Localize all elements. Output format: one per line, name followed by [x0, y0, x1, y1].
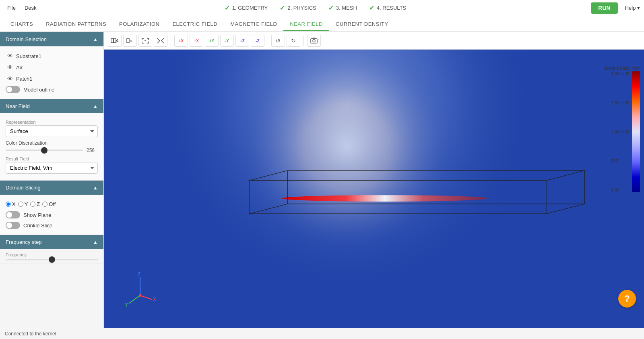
expand-icon — [157, 37, 165, 44]
domain-item-substrate1[interactable]: 👁 Substrate1 — [6, 50, 98, 62]
domain-selection-header[interactable]: Domain Selection ▲ — [0, 32, 103, 46]
color-disc-slider[interactable] — [6, 150, 83, 151]
viewer-area: 0 +X ↑X +Y — [104, 32, 644, 328]
tool-screenshot[interactable] — [307, 35, 321, 47]
main-content: Domain Selection ▲ 👁 Substrate1 👁 Air 👁 … — [0, 32, 644, 328]
svg-rect-4 — [311, 39, 317, 43]
svg-text:0: 0 — [130, 40, 132, 43]
domain-item-air[interactable]: 👁 Air — [6, 62, 98, 73]
tool-xup[interactable]: ↑X — [190, 35, 203, 47]
tool-yminus[interactable]: -Y — [220, 35, 234, 47]
rotate-neg-icon: ↺ — [276, 37, 281, 44]
svg-rect-1 — [114, 39, 116, 43]
domain-slicing-title: Domain Slicing — [6, 185, 41, 191]
step-physics-label: 2. PHYSICS — [287, 5, 316, 11]
xup-label: ↑X — [194, 39, 199, 43]
help-button[interactable]: Help ▾ — [625, 5, 640, 11]
eye-icon-substrate1: 👁 — [7, 53, 13, 59]
tab-bar: CHARTS RADIATION PATTERNS POLARIZATION E… — [0, 16, 644, 32]
show-plane-toggle[interactable] — [6, 211, 20, 218]
help-circle-button[interactable]: ? — [618, 290, 636, 308]
axis-z-label[interactable]: Z — [30, 201, 40, 207]
frequency-step-title: Frequency step — [6, 239, 42, 245]
crinkle-slice-row: Crinkle Slice — [6, 220, 98, 231]
axis-x-label[interactable]: X — [6, 201, 16, 207]
tab-radiation-patterns[interactable]: RADIATION PATTERNS — [39, 18, 113, 31]
tool-yplus[interactable]: +Y — [205, 35, 219, 47]
representation-label: Representation — [6, 120, 98, 125]
result-field-select[interactable]: Electric Field, V/m Magnetic Field, A/m … — [6, 162, 98, 174]
domain-slicing-header[interactable]: Domain Slicing ▲ — [0, 181, 103, 195]
tool-rotate-pos90[interactable]: ↻ — [287, 35, 300, 47]
crinkle-slice-toggle[interactable] — [6, 222, 20, 229]
tool-zoom-fit[interactable] — [138, 35, 152, 47]
yminus-label: -Y — [225, 39, 229, 43]
workflow-steps: ✔ 1. GEOMETRY ✔ 2. PHYSICS ✔ 3. MESH ✔ 4… — [44, 4, 587, 12]
frequency-slider-row — [6, 259, 98, 260]
color-disc-slider-row: 256 — [6, 148, 98, 153]
step-results: ✔ 4. RESULTS — [369, 4, 406, 12]
near-field-header[interactable]: Near Field ▲ — [0, 99, 103, 113]
scale-bar-container: 2.00e+03 1.50e+03 1.00e+03 500. 0.00 — [611, 71, 640, 192]
domain-slicing-section: Domain Slicing ▲ X Y Z — [0, 181, 103, 235]
frequency-slider[interactable] — [6, 259, 98, 260]
top-bar: File Desk ✔ 1. GEOMETRY ✔ 2. PHYSICS ✔ 3… — [0, 0, 644, 16]
frequency-step-chevron: ▲ — [93, 239, 98, 245]
domain-slicing-body: X Y Z Off — [0, 195, 103, 235]
axis-x-radio[interactable] — [6, 202, 11, 207]
axis-x-text: X — [12, 201, 16, 207]
tab-electric-field[interactable]: ELECTRIC FIELD — [166, 18, 224, 31]
step-geometry-check: ✔ — [225, 4, 230, 12]
frequency-step-header[interactable]: Frequency step ▲ — [0, 235, 103, 249]
axis-off-radio[interactable] — [42, 202, 47, 207]
tab-current-density[interactable]: CURRENT DENSITY — [329, 18, 395, 31]
model-outline-slider — [6, 86, 20, 93]
tab-near-field[interactable]: NEAR FIELD — [283, 18, 329, 31]
desk-button[interactable]: Desk — [21, 3, 40, 12]
toolbar-sep-2 — [268, 36, 268, 46]
step-geometry-label: 1. GEOMETRY — [232, 5, 268, 11]
near-field-title: Near Field — [6, 103, 30, 109]
tab-charts[interactable]: CHARTS — [4, 18, 39, 31]
eye-icon-patch1: 👁 — [7, 75, 13, 82]
axis-y-radio[interactable] — [18, 202, 23, 207]
svg-rect-0 — [111, 39, 114, 43]
domain-selection-body: 👁 Substrate1 👁 Air 👁 Patch1 Model o — [0, 46, 103, 99]
tool-view-all[interactable] — [108, 35, 122, 47]
tool-zplus[interactable]: +Z — [235, 35, 249, 47]
reset-view-icon: 0 — [126, 37, 134, 44]
axis-off-label[interactable]: Off — [42, 201, 56, 207]
axis-z-radio[interactable] — [30, 202, 35, 207]
tool-xplus[interactable]: +X — [174, 35, 188, 47]
step-geometry: ✔ 1. GEOMETRY — [225, 4, 268, 12]
tab-magnetic-field[interactable]: MAGNETIC FIELD — [224, 18, 283, 31]
connection-status: Connected to the kernel — [5, 331, 56, 337]
step-results-check: ✔ — [369, 4, 374, 12]
crinkle-slice-label: Crinkle Slice — [23, 223, 52, 229]
tool-expand[interactable] — [154, 35, 167, 47]
svg-point-5 — [313, 40, 315, 42]
tool-rotate-neg90[interactable]: ↺ — [271, 35, 285, 47]
tab-polarization[interactable]: POLARIZATION — [113, 18, 166, 31]
domain-selection-title: Domain Selection — [6, 36, 47, 42]
svg-rect-2 — [127, 39, 129, 43]
zoom-fit-icon — [141, 37, 149, 44]
step-physics-check: ✔ — [280, 4, 285, 12]
near-field-canvas — [104, 50, 644, 328]
tool-zminus[interactable]: -Z — [251, 35, 264, 47]
viewport[interactable]: Electric Field, V/m 2.00e+03 1.50e+03 1.… — [104, 50, 644, 328]
domain-label-substrate1: Substrate1 — [16, 53, 41, 59]
run-button[interactable]: RUN — [591, 2, 617, 14]
color-scale: Electric Field, V/m 2.00e+03 1.50e+03 1.… — [604, 66, 640, 192]
file-menu-button[interactable]: File — [4, 3, 19, 12]
eye-icon-air: 👁 — [7, 64, 13, 71]
crinkle-slice-slider — [6, 222, 20, 229]
representation-select[interactable]: Surface Volume Isosurface — [6, 125, 98, 137]
axis-y-label[interactable]: Y — [18, 201, 28, 207]
domain-label-patch1: Patch1 — [16, 76, 32, 82]
tool-reset-view[interactable]: 0 — [123, 35, 137, 47]
domain-item-patch1[interactable]: 👁 Patch1 — [6, 73, 98, 84]
domain-selection-chevron: ▲ — [93, 37, 98, 42]
scale-bar — [632, 71, 640, 192]
model-outline-toggle[interactable] — [6, 86, 20, 93]
